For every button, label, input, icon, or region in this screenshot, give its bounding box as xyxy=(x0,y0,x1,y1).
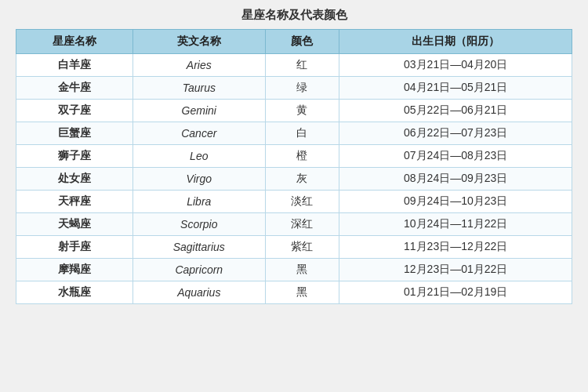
cell-color: 淡红 xyxy=(265,191,339,213)
table-row: 天秤座Libra淡红09月24日—10月23日 xyxy=(16,191,572,213)
cell-color: 黄 xyxy=(265,100,339,122)
cell-color: 深红 xyxy=(265,213,339,236)
cell-dates: 01月21日—02月19日 xyxy=(339,281,572,304)
cell-english: Virgo xyxy=(132,168,265,191)
cell-chinese: 射手座 xyxy=(16,236,133,259)
cell-chinese: 处女座 xyxy=(16,168,133,191)
cell-dates: 11月23日—12月22日 xyxy=(339,236,572,259)
cell-dates: 10月24日—11月22日 xyxy=(339,213,572,236)
cell-english: Capricorn xyxy=(132,259,265,281)
cell-color: 橙 xyxy=(265,145,339,168)
cell-dates: 08月24日—09月23日 xyxy=(339,168,572,191)
table-row: 双子座Gemini黄05月22日—06月21日 xyxy=(16,100,572,122)
cell-english: Libra xyxy=(132,191,265,213)
col-header-english: 英文名称 xyxy=(132,30,265,54)
col-header-chinese: 星座名称 xyxy=(16,30,133,54)
cell-dates: 09月24日—10月23日 xyxy=(339,191,572,213)
cell-color: 绿 xyxy=(265,77,339,100)
cell-chinese: 狮子座 xyxy=(16,145,133,168)
main-container: 星座名称及代表颜色 星座名称 英文名称 颜色 出生日期（阳历） 白羊座Aries… xyxy=(16,8,572,304)
table-row: 金牛座Taurus绿04月21日—05月21日 xyxy=(16,77,572,100)
cell-color: 黑 xyxy=(265,259,339,281)
cell-chinese: 双子座 xyxy=(16,100,133,122)
cell-chinese: 巨蟹座 xyxy=(16,122,133,145)
col-header-dates: 出生日期（阳历） xyxy=(339,30,572,54)
cell-english: Scorpio xyxy=(132,213,265,236)
cell-chinese: 白羊座 xyxy=(16,54,133,77)
cell-english: Taurus xyxy=(132,77,265,100)
zodiac-table: 星座名称 英文名称 颜色 出生日期（阳历） 白羊座Aries红03月21日—04… xyxy=(16,29,572,304)
cell-chinese: 水瓶座 xyxy=(16,281,133,304)
cell-dates: 04月21日—05月21日 xyxy=(339,77,572,100)
cell-english: Cancer xyxy=(132,122,265,145)
cell-chinese: 摩羯座 xyxy=(16,259,133,281)
cell-english: Aquarius xyxy=(132,281,265,304)
table-row: 摩羯座Capricorn黑12月23日—01月22日 xyxy=(16,259,572,281)
cell-dates: 12月23日—01月22日 xyxy=(339,259,572,281)
table-row: 巨蟹座Cancer白06月22日—07月23日 xyxy=(16,122,572,145)
cell-color: 灰 xyxy=(265,168,339,191)
cell-color: 黑 xyxy=(265,281,339,304)
cell-chinese: 金牛座 xyxy=(16,77,133,100)
cell-english: Aries xyxy=(132,54,265,77)
table-row: 处女座Virgo灰08月24日—09月23日 xyxy=(16,168,572,191)
cell-dates: 07月24日—08月23日 xyxy=(339,145,572,168)
cell-english: Gemini xyxy=(132,100,265,122)
cell-chinese: 天秤座 xyxy=(16,191,133,213)
cell-color: 白 xyxy=(265,122,339,145)
col-header-color: 颜色 xyxy=(265,30,339,54)
cell-dates: 03月21日—04月20日 xyxy=(339,54,572,77)
cell-dates: 06月22日—07月23日 xyxy=(339,122,572,145)
page-title: 星座名称及代表颜色 xyxy=(16,8,572,23)
table-row: 天蝎座Scorpio深红10月24日—11月22日 xyxy=(16,213,572,236)
table-row: 水瓶座Aquarius黑01月21日—02月19日 xyxy=(16,281,572,304)
table-row: 狮子座Leo橙07月24日—08月23日 xyxy=(16,145,572,168)
cell-color: 红 xyxy=(265,54,339,77)
table-header-row: 星座名称 英文名称 颜色 出生日期（阳历） xyxy=(16,30,572,54)
cell-english: Leo xyxy=(132,145,265,168)
table-row: 射手座Sagittarius紫红11月23日—12月22日 xyxy=(16,236,572,259)
cell-english: Sagittarius xyxy=(132,236,265,259)
cell-chinese: 天蝎座 xyxy=(16,213,133,236)
cell-dates: 05月22日—06月21日 xyxy=(339,100,572,122)
table-row: 白羊座Aries红03月21日—04月20日 xyxy=(16,54,572,77)
cell-color: 紫红 xyxy=(265,236,339,259)
